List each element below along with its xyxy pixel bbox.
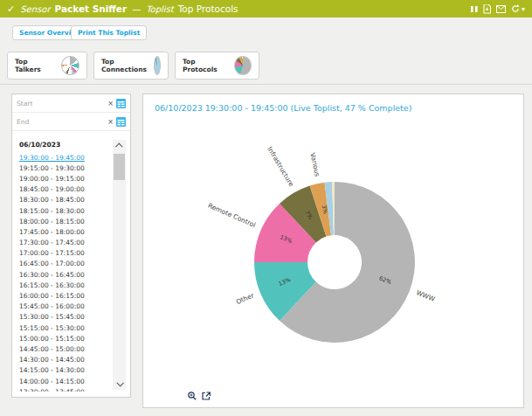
scroll-up-icon[interactable]: [113, 140, 126, 152]
time-range-item[interactable]: 13:30:00 - 13:45:00: [17, 386, 109, 392]
toplist-chart-panel: 06/10/2023 19:30:00 - 19:45:00 (Live Top…: [142, 94, 524, 408]
time-range-item[interactable]: 14:45:00 - 15:00:00: [17, 343, 109, 354]
time-range-item[interactable]: 19:30:00 - 19:45:00: [17, 152, 109, 163]
end-date-row: ×: [12, 113, 130, 131]
refresh-icon[interactable]: [511, 4, 520, 13]
slice-name-label: WWW: [415, 288, 437, 303]
tab-label: Top Protocols: [183, 58, 227, 73]
tab-top-protocols[interactable]: Top Protocols: [175, 52, 259, 80]
time-range-item[interactable]: 14:15:00 - 14:30:00: [17, 365, 109, 376]
header-separator: —: [132, 4, 141, 14]
date-header: 06/10/2023: [17, 138, 109, 152]
top-talkers-pie-icon: [61, 56, 79, 75]
start-date-row: ×: [12, 94, 130, 113]
tab-label: Top Talkers: [15, 58, 54, 73]
scroll-down-icon[interactable]: [113, 378, 126, 390]
pause-icon[interactable]: [471, 5, 478, 13]
time-range-item[interactable]: 17:45:00 - 18:00:00: [17, 226, 109, 237]
protocol-donut-chart: 62%WWW13%Other13%Remote Control7%Infrast…: [143, 94, 525, 409]
sensor-label: Sensor: [20, 4, 50, 14]
slice-name-label: Infrastructure: [266, 145, 295, 188]
refresh-dropdown-caret-icon[interactable]: ▾: [522, 5, 525, 13]
time-range-item[interactable]: 14:00:00 - 14:15:00: [17, 376, 109, 386]
toplist-name: Top Protocols: [178, 3, 238, 14]
status-check-icon: ✓: [7, 3, 15, 15]
time-range-item[interactable]: 18:15:00 - 18:30:00: [17, 205, 109, 216]
time-range-list-wrap: 06/10/2023 19:30:00 - 19:45:0019:15:00 -…: [17, 138, 109, 392]
tab-top-talkers[interactable]: Top Talkers: [7, 52, 87, 80]
tab-label: Top Connections: [101, 58, 147, 73]
time-range-item[interactable]: 15:15:00 - 15:30:00: [17, 322, 109, 333]
end-date-input[interactable]: [17, 118, 105, 126]
time-range-item[interactable]: 19:15:00 - 19:30:00: [17, 163, 109, 173]
scrollbar-thumb[interactable]: [114, 154, 125, 180]
prtg-toplist-page: ✓ Sensor Packet Sniffer — Toplist Top Pr…: [0, 0, 532, 416]
time-range-item[interactable]: 18:45:00 - 19:00:00: [17, 184, 109, 195]
open-external-icon[interactable]: [202, 392, 211, 400]
time-range-item[interactable]: 15:45:00 - 16:00:00: [17, 302, 109, 312]
time-range-item[interactable]: 18:30:00 - 18:45:00: [17, 195, 109, 205]
time-range-item[interactable]: 17:00:00 - 17:15:00: [17, 248, 109, 259]
toplist-label: Toplist: [146, 4, 174, 14]
time-range-item[interactable]: 17:30:00 - 17:45:00: [17, 238, 109, 248]
time-range-item[interactable]: 16:30:00 - 16:45:00: [17, 269, 109, 280]
calendar-icon[interactable]: [116, 117, 126, 127]
clear-start-icon[interactable]: ×: [107, 100, 114, 107]
time-list-scrollbar[interactable]: [113, 140, 126, 390]
top-protocols-pie-icon: [234, 56, 252, 75]
time-range-item[interactable]: 18:00:00 - 18:15:00: [17, 216, 109, 226]
time-filter-panel: × × 06/10/2023 19:30:00 - 19:45:0019:15:…: [11, 94, 131, 398]
sensor-name: Packet Sniffer: [55, 3, 128, 14]
tabs-divider: [0, 84, 532, 85]
time-range-item[interactable]: 16:45:00 - 17:00:00: [17, 259, 109, 269]
time-range-item[interactable]: 14:30:00 - 14:45:00: [17, 355, 109, 365]
report-download-icon[interactable]: [483, 4, 491, 14]
sensor-header-bar: ✓ Sensor Packet Sniffer — Toplist Top Pr…: [0, 0, 532, 17]
time-range-item[interactable]: 19:00:00 - 19:15:00: [17, 173, 109, 184]
time-range-item[interactable]: 16:00:00 - 16:15:00: [17, 290, 109, 301]
slice-name-label: Remote Control: [207, 202, 257, 229]
time-range-item[interactable]: 16:15:00 - 16:30:00: [17, 280, 109, 290]
tab-top-connections[interactable]: Top Connections: [93, 52, 169, 80]
zoom-chart-icon[interactable]: [188, 392, 197, 400]
slice-name-label: Other: [235, 291, 256, 306]
clear-end-icon[interactable]: ×: [107, 118, 114, 126]
print-toplist-button[interactable]: Print This Toplist: [71, 25, 147, 40]
time-range-item[interactable]: 15:30:00 - 15:45:00: [17, 312, 109, 322]
calendar-icon[interactable]: [116, 99, 126, 108]
time-range-list: 19:30:00 - 19:45:0019:15:00 - 19:30:0019…: [17, 152, 109, 392]
top-connections-pie-icon: [154, 56, 161, 75]
start-date-input[interactable]: [17, 100, 105, 107]
time-range-item[interactable]: 15:00:00 - 15:15:00: [17, 333, 109, 343]
slice-name-label: Various: [308, 152, 321, 177]
email-icon[interactable]: [496, 5, 506, 13]
